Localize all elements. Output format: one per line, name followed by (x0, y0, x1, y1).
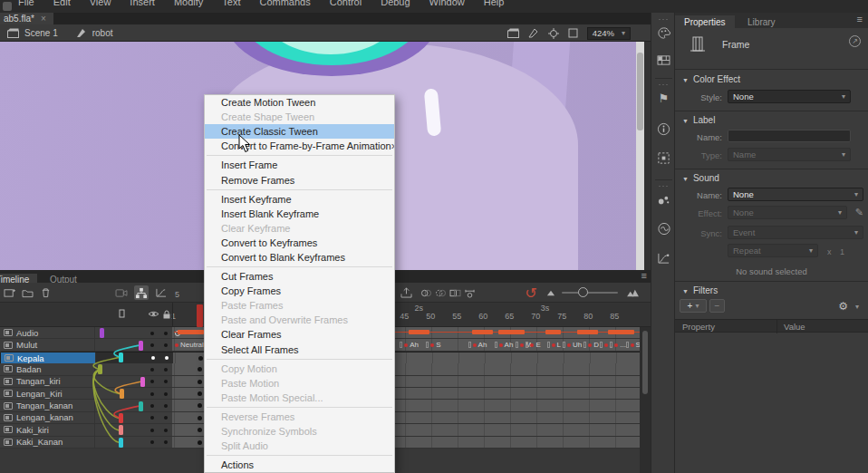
layer-name-cell[interactable]: Tangan_kanan (0, 400, 95, 410)
zoom-level-select[interactable]: 424% ▾ (587, 27, 631, 40)
menu-item-insert-frame[interactable]: Insert Frame (205, 158, 394, 172)
edit-scene-icon[interactable] (507, 28, 519, 38)
layer-name-cell[interactable]: Lengan_Kiri (0, 388, 95, 399)
layer-name-cell[interactable]: Kepala (1, 352, 96, 364)
clip-content-icon[interactable] (568, 28, 578, 38)
section-filters[interactable]: ▼Filters (682, 285, 718, 295)
document-tab[interactable]: ab5.fla* × (0, 13, 53, 24)
menu-control[interactable]: Control (330, 0, 362, 7)
edit-multiple-frames-icon[interactable] (448, 285, 462, 300)
menu-item-convert-to-frame-by-frame-animation[interactable]: Convert to Frame-by-Frame Animation› (205, 139, 394, 153)
new-folder-icon[interactable] (20, 285, 34, 300)
menu-item-select-all-frames[interactable]: Select All Frames (205, 343, 394, 357)
timeline-vertical-scrollbar[interactable] (640, 327, 651, 473)
layer-name-cell[interactable]: Audio (0, 327, 95, 338)
layer-lock-dot[interactable] (165, 356, 169, 360)
layer-visibility-dot[interactable] (150, 440, 154, 444)
layer-lock-dot[interactable] (164, 404, 168, 408)
layer-color-chip[interactable] (119, 425, 123, 435)
menu-help[interactable]: Help (484, 0, 505, 7)
layer-visibility-dot[interactable] (151, 356, 155, 360)
menu-item-convert-to-keyframes[interactable]: Convert to Keyframes (205, 236, 394, 250)
layer-color-chip[interactable] (119, 352, 123, 362)
properties-panel-menu-icon[interactable]: ≡ (857, 14, 863, 24)
keyframe-label[interactable]: E (526, 340, 540, 350)
menu-item-copy-frames[interactable]: Copy Frames (205, 284, 394, 298)
zoom-in-timeline-icon[interactable] (625, 285, 640, 300)
layer-lock-dot[interactable] (164, 416, 168, 420)
keyframe-label[interactable]: Ah (468, 340, 487, 350)
sound-name-select[interactable]: None▾ (728, 188, 863, 201)
layer-color-chip[interactable] (119, 413, 123, 423)
new-layer-icon[interactable] (2, 285, 16, 300)
menu-item-insert-keyframe[interactable]: Insert Keyframe (205, 192, 394, 207)
layer-visibility-dot[interactable] (150, 380, 154, 383)
edit-symbols-icon[interactable] (528, 28, 539, 38)
menu-edit[interactable]: Edit (53, 0, 71, 7)
layer-color-chip[interactable] (120, 389, 124, 399)
keyframe-dot[interactable] (198, 416, 202, 420)
particles-icon[interactable] (656, 192, 671, 208)
keyframe-dot[interactable] (198, 356, 203, 361)
keyframe-label[interactable]: Ah (400, 340, 419, 350)
layer-lock-dot[interactable] (164, 380, 168, 383)
menu-item-clear-frames[interactable]: Clear Frames (205, 327, 394, 342)
keyframe-label[interactable]: Ah (495, 340, 514, 350)
menu-text[interactable]: Text (222, 0, 240, 7)
scrollbar-thumb[interactable] (637, 53, 643, 130)
timeline-zoom-slider-knob[interactable] (578, 287, 588, 297)
menu-item-actions[interactable]: Actions (205, 458, 394, 472)
loop-icon[interactable]: ↺ (524, 285, 538, 300)
menu-item-insert-blank-keyframe[interactable]: Insert Blank Keyframe (205, 207, 394, 221)
layer-visibility-dot[interactable] (150, 332, 154, 335)
menu-item-remove-frames[interactable]: Remove Frames (205, 172, 394, 187)
layer-color-chip[interactable] (100, 328, 104, 338)
center-stage-icon[interactable] (548, 28, 559, 39)
keyframe-label[interactable]: D (583, 340, 599, 350)
color-palette-icon[interactable] (656, 25, 671, 41)
dock-grip[interactable] (658, 18, 670, 21)
layer-color-chip[interactable] (119, 438, 123, 448)
layer-visibility-dot[interactable] (150, 404, 154, 408)
breadcrumb-symbol[interactable]: robot (92, 28, 113, 38)
keyframe-dot[interactable] (198, 440, 202, 445)
section-label[interactable]: ▼Label (682, 115, 715, 125)
layer-visibility-dot[interactable] (150, 343, 154, 347)
layer-visibility-dot[interactable] (150, 368, 154, 372)
style-select[interactable]: None▾ (728, 90, 851, 103)
keyframe-label[interactable]: L (547, 340, 561, 350)
label-name-input[interactable] (728, 130, 851, 142)
onion-skin-icon[interactable] (419, 285, 433, 300)
onion-markers-icon[interactable] (462, 285, 477, 300)
menu-file[interactable]: File (18, 0, 34, 7)
layer-lock-dot[interactable] (164, 392, 168, 396)
onion-skin-outline-icon[interactable] (433, 285, 448, 300)
menu-insert[interactable]: Insert (130, 0, 155, 7)
filter-options-gear-icon[interactable]: ⚙ (838, 300, 848, 313)
layer-lock-dot[interactable] (164, 343, 168, 347)
camera-icon[interactable] (114, 285, 129, 300)
layer-name-cell[interactable]: Kaki_Kanan (0, 437, 95, 448)
layer-color-chip[interactable] (140, 377, 145, 387)
keyframe-dot[interactable] (198, 380, 202, 384)
repeat-count-stepper[interactable]: 1 (840, 247, 844, 256)
add-filter-button[interactable]: +▾ (680, 299, 707, 313)
motion-graph-icon[interactable] (656, 250, 671, 265)
layer-color-chip[interactable] (139, 401, 143, 411)
layer-name-cell[interactable]: Tangan_kiri (0, 376, 95, 387)
keyframe-dot[interactable] (198, 391, 202, 396)
export-frames-icon[interactable] (399, 285, 413, 300)
section-color-effect[interactable]: ▼Color Effect (682, 74, 740, 84)
help-link-icon[interactable]: ↗ (849, 35, 861, 47)
layer-name-cell[interactable]: Lengan_kanan (0, 412, 95, 423)
tab-output[interactable]: Output (42, 274, 85, 283)
dock-grip[interactable] (658, 185, 670, 188)
close-icon[interactable]: × (41, 14, 46, 24)
eye-column-icon[interactable] (148, 310, 159, 318)
layer-lock-dot[interactable] (164, 332, 168, 335)
menu-modify[interactable]: Modify (174, 0, 203, 7)
menu-item-create-classic-tween[interactable]: Create Classic Tween (205, 124, 394, 139)
layer-color-chip[interactable] (98, 364, 102, 374)
transform-icon[interactable] (656, 150, 671, 166)
layer-parenting-icon[interactable] (134, 285, 149, 300)
